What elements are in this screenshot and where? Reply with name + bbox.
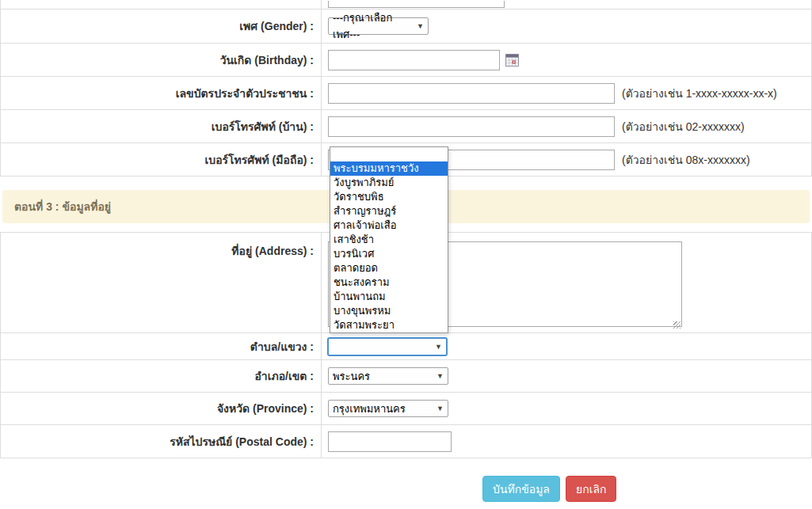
table-row: วันเกิด (Birthday) : [1, 44, 811, 77]
table-row: เลขบัตรประจำตัวประชาชน : (ตัวอย่างเช่น 1… [1, 77, 811, 110]
dropdown-option[interactable]: ศาลเจ้าพ่อเสือ [330, 218, 448, 233]
postal-label-text: รหัสไปรษณีย์ (Postal Code) : [170, 433, 314, 450]
phone-mobile-format-hint: (ตัวอย่างเช่น 08x-xxxxxxx) [622, 151, 750, 169]
table-row: จังหวัด (Province) : กรุงเทพมหานคร ▼ [1, 393, 811, 425]
phone-home-format-hint: (ตัวอย่างเช่น 02-xxxxxxx) [622, 118, 745, 135]
field-cell: ▼ [322, 338, 811, 355]
row-label-cell [1, 0, 322, 9]
address-label: ที่อยู่ (Address) : [1, 233, 322, 332]
subdistrict-label: ตำบล/แขวง : [1, 333, 322, 359]
dropdown-option[interactable]: ตลาดยอด [330, 261, 448, 275]
phone-home-label-text: เบอร์โทรศัพท์ (บ้าน) : [212, 118, 314, 135]
field-cell: ---กรุณาเลือกเพศ--- ▼ [322, 17, 811, 35]
form-actions: บันทึกข้อมูล ยกเลิก [482, 476, 616, 502]
save-button[interactable]: บันทึกข้อมูล [482, 476, 560, 502]
section3-header-text: ตอนที่ 3 : ข้อมูลที่อยู่ [14, 198, 111, 215]
address-label-text: ที่อยู่ (Address) : [231, 242, 314, 260]
table-row: เบอร์โทรศัพท์ (บ้าน) : (ตัวอย่างเช่น 02-… [1, 110, 811, 143]
table-row: อำเภอ/เขต : พระนคร ▼ [1, 360, 811, 393]
chevron-down-icon: ▼ [436, 405, 444, 412]
table-row: ตำบล/แขวง : ▼ [1, 333, 811, 360]
calendar-icon[interactable] [505, 54, 519, 66]
district-select-value: พระนคร [333, 368, 370, 385]
cut-off-text-input[interactable] [328, 1, 505, 8]
idcard-label-text: เลขบัตรประจำตัวประชาชน : [176, 85, 314, 102]
field-cell [322, 431, 811, 452]
phone-mobile-label-text: เบอร์โทรศัพท์ (มือถือ) : [205, 151, 315, 169]
idcard-label: เลขบัตรประจำตัวประชาชน : [1, 77, 322, 109]
dropdown-option[interactable]: เสาชิงช้า [330, 233, 448, 247]
subdistrict-select[interactable]: ▼ [328, 338, 447, 355]
table-row: เพศ (Gender) : ---กรุณาเลือกเพศ--- ▼ [1, 9, 811, 44]
field-cell [322, 50, 811, 70]
chevron-down-icon: ▼ [417, 22, 424, 30]
dropdown-option[interactable]: บวรนิเวศ [330, 247, 448, 261]
postal-label: รหัสไปรษณีย์ (Postal Code) : [1, 425, 322, 458]
province-label: จังหวัด (Province) : [1, 393, 322, 424]
registration-form-screen: เพศ (Gender) : ---กรุณาเลือกเพศ--- ▼ วัน… [0, 0, 812, 509]
subdistrict-label-text: ตำบล/แขวง : [250, 338, 314, 355]
field-cell: พระนคร ▼ [322, 367, 811, 385]
idcard-format-hint: (ตัวอย่างเช่น 1-xxxx-xxxxx-xx-x) [622, 85, 777, 102]
dropdown-option[interactable] [330, 147, 448, 161]
cancel-button[interactable]: ยกเลิก [566, 476, 617, 502]
dropdown-option[interactable]: สำราญราษฎร์ [330, 204, 448, 218]
phone-home-label: เบอร์โทรศัพท์ (บ้าน) : [1, 110, 322, 142]
resize-handle[interactable] [673, 321, 680, 329]
gender-label-text: เพศ (Gender) : [239, 17, 314, 35]
chevron-down-icon: ▼ [436, 372, 444, 380]
table-row: รหัสไปรษณีย์ (Postal Code) : [1, 425, 811, 458]
dropdown-option[interactable]: วัดสามพระยา [330, 318, 448, 332]
field-cell: (ตัวอย่างเช่น 02-xxxxxxx) [322, 116, 811, 137]
birthday-input[interactable] [328, 50, 500, 70]
chevron-down-icon: ▼ [435, 343, 442, 351]
gender-select-value: ---กรุณาเลือกเพศ--- [333, 9, 412, 43]
table-row [1, 0, 811, 9]
gender-label: เพศ (Gender) : [1, 9, 322, 43]
birthday-label-text: วันเกิด (Birthday) : [220, 51, 314, 69]
phone-home-input[interactable] [328, 116, 615, 137]
birthday-label: วันเกิด (Birthday) : [1, 44, 322, 76]
dropdown-option[interactable]: วัดราชบพิธ [330, 190, 448, 204]
field-cell: กรุงเทพมหานคร ▼ [322, 400, 811, 417]
province-select[interactable]: กรุงเทพมหานคร ▼ [328, 400, 448, 417]
subdistrict-dropdown-list: พระบรมมหาราชวังวังบูรพาภิรมย์วัดราชบพิธส… [330, 146, 448, 333]
postal-input[interactable] [328, 431, 452, 452]
idcard-input[interactable] [328, 83, 615, 104]
dropdown-option[interactable]: บ้านพานถม [330, 290, 448, 304]
district-label-text: อำเภอ/เขต : [254, 367, 314, 385]
field-cell: (ตัวอย่างเช่น 1-xxxx-xxxxx-xx-x) [322, 83, 811, 104]
phone-mobile-label: เบอร์โทรศัพท์ (มือถือ) : [1, 143, 322, 176]
dropdown-option[interactable]: บางขุนพรหม [330, 304, 448, 318]
province-select-value: กรุงเทพมหานคร [333, 401, 406, 417]
gender-select[interactable]: ---กรุณาเลือกเพศ--- ▼ [328, 17, 429, 35]
district-label: อำเภอ/เขต : [1, 360, 322, 392]
district-select[interactable]: พระนคร ▼ [328, 367, 448, 385]
dropdown-option[interactable]: วังบูรพาภิรมย์ [330, 176, 448, 190]
dropdown-option[interactable]: พระบรมมหาราชวัง [330, 161, 448, 176]
field-cell [322, 1, 811, 8]
province-label-text: จังหวัด (Province) : [217, 400, 314, 417]
dropdown-option[interactable]: ชนะสงคราม [330, 275, 448, 290]
